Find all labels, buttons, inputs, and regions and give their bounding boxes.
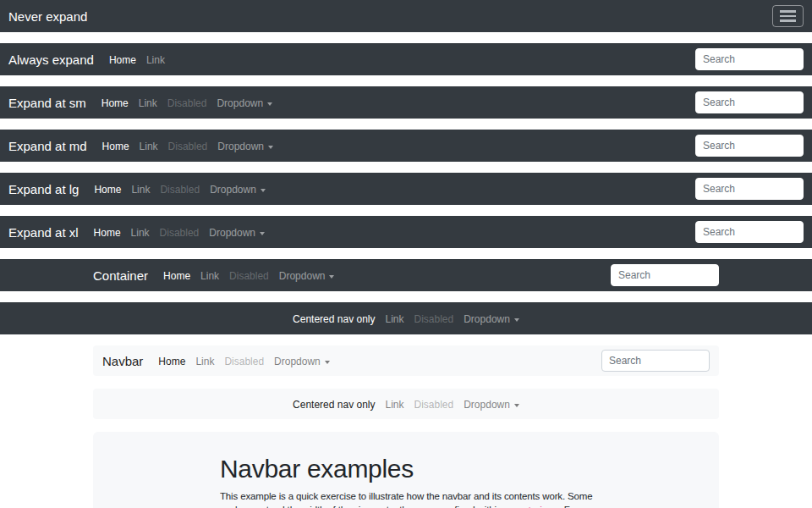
nav-link-disabled[interactable]: Disabled bbox=[155, 227, 205, 239]
nav-link-link[interactable]: Link bbox=[195, 270, 224, 282]
search-input[interactable] bbox=[695, 48, 804, 70]
nav-link-link[interactable]: Link bbox=[380, 313, 409, 325]
nav-list: Home Link Disabled Dropdown bbox=[89, 224, 270, 240]
nav-link-disabled[interactable]: Disabled bbox=[224, 270, 274, 282]
dropdown-label: Dropdown bbox=[217, 141, 264, 152]
nav-link-disabled[interactable]: Disabled bbox=[163, 141, 213, 152]
nav-link-home[interactable]: Home bbox=[89, 184, 126, 196]
nav-link-dropdown[interactable]: Dropdown bbox=[458, 399, 524, 411]
nav-list: Home Link Disabled Dropdown bbox=[96, 95, 277, 110]
nav-link-dropdown[interactable]: Dropdown bbox=[205, 184, 271, 196]
light-section: Navbar Home Link Disabled Dropdown Cente… bbox=[93, 345, 719, 508]
nav-link-home[interactable]: Home bbox=[89, 227, 126, 239]
nav-link-dropdown[interactable]: Dropdown bbox=[211, 97, 277, 109]
dropdown-label: Dropdown bbox=[210, 184, 256, 196]
nav-list: Home Link Disabled Dropdown bbox=[158, 268, 339, 283]
nav-link-home[interactable]: Home bbox=[96, 97, 134, 109]
nav-list: Centered nav only Link Disabled Dropdown bbox=[288, 396, 524, 411]
page-title: Navbar examples bbox=[220, 454, 592, 484]
navbar-brand[interactable]: Expand at lg bbox=[8, 182, 79, 196]
navbar-brand[interactable]: Navbar bbox=[102, 354, 143, 368]
navbar-brand[interactable]: Expand at md bbox=[8, 139, 87, 153]
chevron-down-icon bbox=[260, 232, 265, 235]
chevron-down-icon bbox=[268, 146, 273, 149]
search-input[interactable] bbox=[611, 264, 719, 286]
nav-link-link[interactable]: Link bbox=[134, 141, 163, 152]
nav-link-link[interactable]: Link bbox=[126, 184, 155, 196]
intro-paragraph-line-1: This example is a quick exercise to illu… bbox=[220, 489, 592, 503]
nav-link-dropdown[interactable]: Dropdown bbox=[212, 141, 278, 152]
nav-link-home[interactable]: Home bbox=[97, 141, 134, 152]
navbar-container: Container Home Link Disabled Dropdown bbox=[0, 259, 812, 291]
navbar-expand-lg: Expand at lg Home Link Disabled Dropdown bbox=[0, 173, 812, 205]
navbar-brand[interactable]: Expand at xl bbox=[8, 225, 79, 240]
nav-link-dropdown[interactable]: Dropdown bbox=[204, 227, 270, 239]
search-input[interactable] bbox=[601, 350, 710, 372]
chevron-down-icon bbox=[261, 189, 266, 192]
nav-link-disabled[interactable]: Disabled bbox=[409, 313, 459, 325]
dropdown-label: Dropdown bbox=[464, 313, 510, 325]
intro-text: . For bbox=[559, 505, 579, 508]
chevron-down-icon bbox=[267, 102, 272, 106]
nav-link-dropdown[interactable]: Dropdown bbox=[274, 270, 340, 282]
navbar-centered-dark: Centered nav only Link Disabled Dropdown bbox=[0, 302, 812, 334]
search-input[interactable] bbox=[695, 135, 804, 157]
nav-link-disabled[interactable]: Disabled bbox=[162, 97, 212, 109]
search-input[interactable] bbox=[695, 91, 804, 113]
nav-link-disabled[interactable]: Disabled bbox=[409, 399, 459, 411]
nav-list: Home Link Disabled Dropdown bbox=[89, 181, 270, 196]
nav-link-home[interactable]: Home bbox=[104, 54, 141, 66]
search-input[interactable] bbox=[695, 178, 804, 200]
chevron-down-icon bbox=[514, 404, 519, 407]
search-input[interactable] bbox=[695, 221, 804, 243]
chevron-down-icon bbox=[325, 361, 330, 364]
intro-text: navbars extend the width of the viewport… bbox=[220, 505, 512, 508]
nav-list: Home Link Disabled Dropdown bbox=[153, 353, 334, 368]
nav-link-centered[interactable]: Centered nav only bbox=[288, 313, 380, 325]
navbar-expand-md: Expand at md Home Link Disabled Dropdown bbox=[0, 130, 812, 162]
nav-list: Home Link bbox=[104, 52, 170, 67]
chevron-down-icon bbox=[329, 275, 334, 279]
navbar-light: Navbar Home Link Disabled Dropdown bbox=[93, 345, 719, 376]
intro-paragraph-line-2: navbars extend the width of the viewport… bbox=[220, 503, 592, 508]
nav-link-link[interactable]: Link bbox=[141, 54, 170, 66]
nav-link-centered[interactable]: Centered nav only bbox=[288, 399, 380, 411]
nav-link-home[interactable]: Home bbox=[153, 356, 190, 367]
dropdown-label: Dropdown bbox=[209, 227, 255, 239]
navbar-expand-sm: Expand at sm Home Link Disabled Dropdown bbox=[0, 86, 812, 119]
jumbotron: Navbar examples This example is a quick … bbox=[93, 432, 719, 508]
nav-link-link[interactable]: Link bbox=[380, 399, 409, 411]
navbar-brand[interactable]: Expand at sm bbox=[8, 96, 86, 110]
dropdown-label: Dropdown bbox=[464, 399, 510, 411]
nav-list: Centered nav only Link Disabled Dropdown bbox=[288, 311, 524, 326]
chevron-down-icon bbox=[514, 318, 519, 322]
dropdown-label: Dropdown bbox=[274, 356, 321, 367]
nav-link-disabled[interactable]: Disabled bbox=[219, 356, 269, 367]
hamburger-icon bbox=[780, 10, 796, 22]
navbar-always-expand: Always expand Home Link bbox=[0, 43, 812, 75]
navbar-brand[interactable]: Never expand bbox=[8, 9, 87, 24]
nav-link-link[interactable]: Link bbox=[190, 356, 219, 367]
nav-link-link[interactable]: Link bbox=[134, 97, 162, 109]
navbar-never-expand: Never expand bbox=[0, 0, 812, 32]
nav-link-link[interactable]: Link bbox=[126, 227, 155, 239]
navbar-brand[interactable]: Container bbox=[93, 268, 148, 283]
nav-link-dropdown[interactable]: Dropdown bbox=[269, 356, 335, 367]
nav-link-disabled[interactable]: Disabled bbox=[155, 184, 205, 196]
navbar-centered-light: Centered nav only Link Disabled Dropdown bbox=[93, 389, 719, 419]
dropdown-label: Dropdown bbox=[279, 270, 326, 282]
nav-link-home[interactable]: Home bbox=[158, 270, 195, 282]
dropdown-label: Dropdown bbox=[217, 97, 263, 109]
navbar-expand-xl: Expand at xl Home Link Disabled Dropdown bbox=[0, 216, 812, 248]
navbar-brand[interactable]: Always expand bbox=[8, 52, 94, 67]
navbar-toggler-button[interactable] bbox=[772, 5, 804, 27]
nav-link-dropdown[interactable]: Dropdown bbox=[458, 313, 524, 325]
nav-list: Home Link Disabled Dropdown bbox=[97, 138, 278, 153]
